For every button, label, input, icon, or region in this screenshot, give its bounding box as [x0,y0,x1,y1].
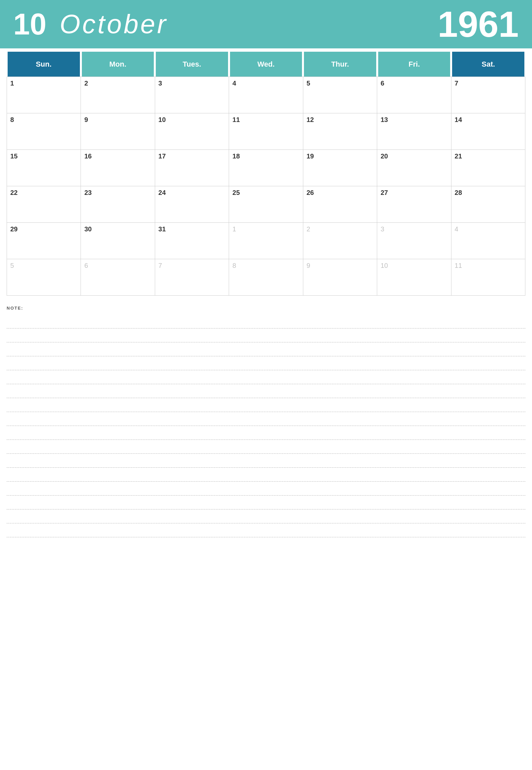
calendar-day[interactable]: 24 [155,186,229,223]
header-tue: Tues. [156,52,228,77]
calendar-day[interactable]: 30 [81,223,155,259]
note-line [7,412,525,426]
note-line [7,454,525,468]
calendar-day[interactable]: 27 [377,186,451,223]
header-mon: Mon. [82,52,154,77]
note-line [7,398,525,412]
month-number: 10 [13,9,46,39]
calendar-day[interactable]: 2 [303,223,377,259]
note-section: NOTE: [0,296,532,544]
calendar-day[interactable]: 7 [451,77,525,113]
calendar-day[interactable]: 25 [229,186,303,223]
calendar-day[interactable]: 19 [303,150,377,186]
calendar-day[interactable]: 20 [377,150,451,186]
calendar-day[interactable]: 10 [377,259,451,296]
calendar-day[interactable]: 5 [303,77,377,113]
calendar-day[interactable]: 22 [7,186,81,223]
calendar-day[interactable]: 6 [81,259,155,296]
calendar-day[interactable]: 9 [81,113,155,150]
calendar-day[interactable]: 4 [229,77,303,113]
calendar-day[interactable]: 12 [303,113,377,150]
header-sun: Sun. [8,52,80,77]
calendar-day[interactable]: 15 [7,150,81,186]
calendar-header: 10 October 1961 [0,0,532,48]
year: 1961 [438,6,519,42]
calendar-day[interactable]: 14 [451,113,525,150]
header-fri: Fri. [378,52,450,77]
calendar-day[interactable]: 13 [377,113,451,150]
calendar-day[interactable]: 8 [229,259,303,296]
calendar-day[interactable]: 8 [7,113,81,150]
note-line [7,509,525,523]
header-thu: Thur. [304,52,376,77]
header-sat: Sat. [452,52,524,77]
day-headers: Sun. Mon. Tues. Wed. Thur. Fri. Sat. [7,52,525,77]
calendar-day[interactable]: 3 [377,223,451,259]
note-line [7,384,525,398]
calendar-day[interactable]: 1 [229,223,303,259]
calendar-day[interactable]: 9 [303,259,377,296]
note-line [7,356,525,370]
calendar-day[interactable]: 18 [229,150,303,186]
calendar-day[interactable]: 31 [155,223,229,259]
calendar-day[interactable]: 3 [155,77,229,113]
note-line [7,328,525,342]
calendar-day[interactable]: 29 [7,223,81,259]
note-line [7,440,525,454]
calendar-day[interactable]: 6 [377,77,451,113]
calendar-day[interactable]: 21 [451,150,525,186]
note-line [7,496,525,509]
calendar-day[interactable]: 17 [155,150,229,186]
calendar-day[interactable]: 11 [229,113,303,150]
calendar-day[interactable]: 16 [81,150,155,186]
calendar-day[interactable]: 5 [7,259,81,296]
calendar-day[interactable]: 1 [7,77,81,113]
note-line [7,468,525,482]
calendar-day[interactable]: 11 [451,259,525,296]
calendar-day[interactable]: 4 [451,223,525,259]
note-line [7,426,525,440]
calendar-day[interactable]: 26 [303,186,377,223]
calendar-day[interactable]: 7 [155,259,229,296]
note-line [7,482,525,496]
calendar-wrapper: Sun. Mon. Tues. Wed. Thur. Fri. Sat. 123… [0,52,532,296]
calendar-grid: 1234567891011121314151617181920212223242… [7,77,525,296]
calendar-day[interactable]: 28 [451,186,525,223]
note-label: NOTE: [7,306,525,311]
calendar-day[interactable]: 2 [81,77,155,113]
calendar-day[interactable]: 23 [81,186,155,223]
header-wed: Wed. [230,52,302,77]
note-line [7,315,525,328]
note-lines [7,315,525,537]
month-name: October [60,9,168,39]
note-line [7,523,525,537]
calendar-day[interactable]: 10 [155,113,229,150]
note-line [7,342,525,356]
note-line [7,370,525,384]
